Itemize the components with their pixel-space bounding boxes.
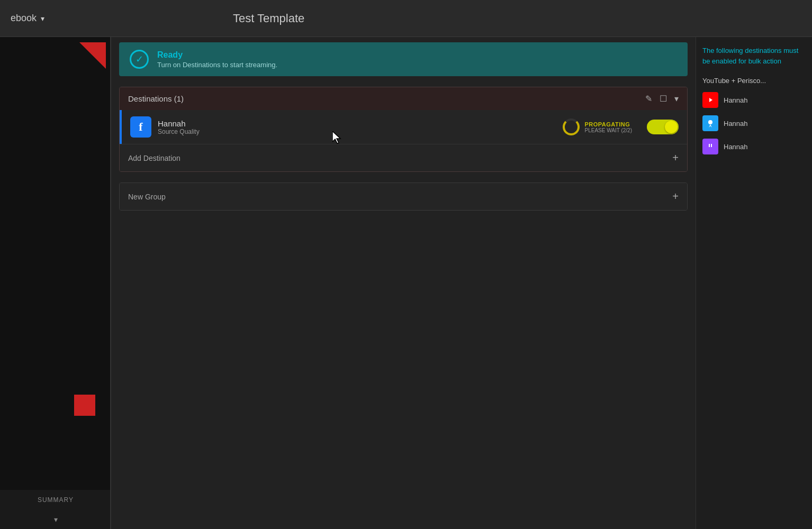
right-panel-subtitle: YouTube + Perisco... [702, 77, 806, 85]
new-group-button[interactable]: New Group + [120, 183, 687, 210]
checkmark-icon: ✓ [136, 53, 143, 65]
center-content: ✓ Ready Turn on Destinations to start st… [111, 37, 696, 529]
add-destination-plus-icon: + [672, 152, 679, 164]
propagating-block: PROPAGATING PLEASE WAIT (2/2) [563, 118, 632, 135]
sidebar-chevron-icon: ▾ [41, 14, 44, 23]
preview-area [0, 37, 111, 490]
edit-icon[interactable]: ✎ [645, 94, 652, 104]
propagating-label: PROPAGATING [585, 121, 632, 127]
destinations-chevron-icon[interactable]: ▾ [674, 94, 679, 104]
copy-icon[interactable]: ☐ [660, 94, 667, 104]
ready-text-block: Ready Turn on Destinations to start stre… [157, 50, 277, 69]
right-dest-item-youtube[interactable]: Hannah [702, 92, 806, 108]
ready-banner: ✓ Ready Turn on Destinations to start st… [119, 42, 688, 76]
sidebar-divider [110, 37, 111, 529]
page-title: Test Template [233, 12, 304, 25]
dest-quality: Source Quality [158, 128, 556, 135]
svg-rect-4 [711, 144, 712, 147]
new-group-section: New Group + [119, 183, 688, 211]
dest-info: Hannah Source Quality [158, 119, 556, 135]
toggle-thumb [665, 121, 678, 133]
preview-red-triangle [79, 42, 106, 69]
facebook-icon: f [130, 116, 151, 138]
destinations-section: Destinations (1) ✎ ☐ ▾ f Hannah Source Q… [119, 87, 688, 172]
sidebar-title: ebook [11, 13, 37, 24]
dest-name: Hannah [158, 119, 556, 128]
right-panel: The following destinations must be enabl… [696, 37, 812, 529]
main-layout: SUMMARY ▾ ✓ Ready Turn on Destinations t… [0, 37, 812, 529]
add-destination-button[interactable]: Add Destination + [120, 144, 687, 171]
destinations-actions: ✎ ☐ ▾ [645, 94, 679, 104]
right-dest-item-twitch[interactable]: Hannah [702, 139, 806, 154]
periscope-icon [702, 115, 718, 131]
new-group-label: New Group [128, 193, 166, 201]
propagating-sub-label: PLEASE WAIT (2/2) [585, 127, 632, 133]
left-sidebar: SUMMARY ▾ [0, 37, 111, 529]
right-dest-item-periscope[interactable]: Hannah [702, 115, 806, 131]
ready-subtitle: Turn on Destinations to start streaming. [157, 61, 277, 69]
summary-label: SUMMARY [0, 490, 111, 510]
svg-rect-3 [709, 144, 710, 147]
destinations-title: Destinations (1) [128, 94, 184, 103]
preview-red-square [74, 395, 95, 416]
destination-toggle[interactable] [647, 120, 679, 134]
ready-icon: ✓ [130, 50, 149, 69]
toggle-track [647, 120, 679, 134]
new-group-plus-icon: + [672, 190, 679, 203]
youtube-icon [702, 92, 718, 108]
destination-item[interactable]: f Hannah Source Quality PROPAGATING PLEA… [120, 110, 687, 144]
propagating-spinner-icon [563, 118, 580, 135]
add-destination-label: Add Destination [128, 154, 181, 162]
sidebar-collapse-chevron-icon[interactable]: ▾ [0, 510, 111, 529]
top-bar: ebook ▾ Test Template [0, 0, 812, 37]
sidebar-header[interactable]: ebook ▾ [11, 13, 116, 24]
right-dest-name-twitch: Hannah [724, 143, 748, 151]
svg-point-2 [708, 120, 712, 124]
right-dest-name-youtube: Hannah [724, 96, 748, 104]
ready-title: Ready [157, 50, 277, 60]
right-dest-name-periscope: Hannah [724, 120, 748, 127]
right-panel-info-text: The following destinations must be enabl… [702, 45, 806, 66]
twitch-icon [702, 139, 718, 154]
destinations-header: Destinations (1) ✎ ☐ ▾ [120, 87, 687, 110]
